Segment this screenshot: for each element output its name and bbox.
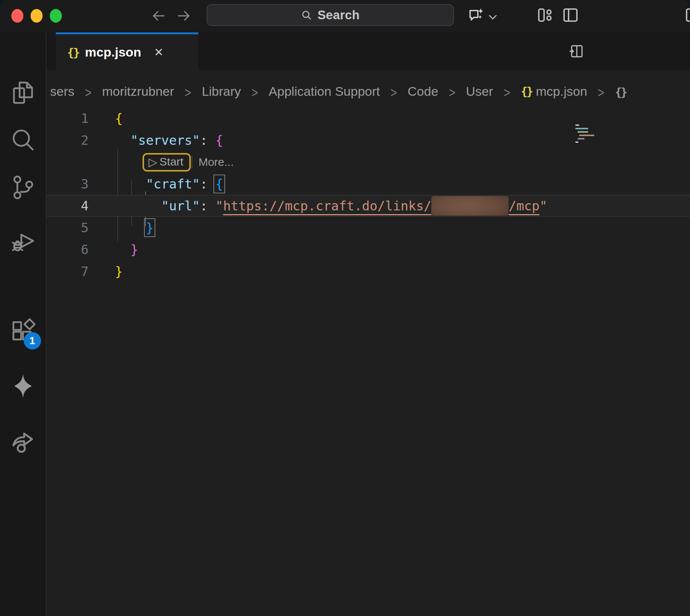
line-number[interactable]: 2 (46, 129, 89, 151)
json-file-icon: {} (615, 86, 626, 99)
chat-sparkle-icon[interactable] (9, 372, 37, 400)
breadcrumb-separator: > (598, 84, 604, 101)
code-lines: 1{2 "servers": {▷StartMore...3 "craft": … (46, 107, 690, 282)
code-token (115, 176, 146, 192)
code-token: " (215, 198, 223, 213)
code-editor[interactable]: 1{2 "servers": {▷StartMore...3 "craft": … (46, 102, 690, 616)
breadcrumb-item[interactable]: moritzrubner (102, 84, 174, 99)
line-number[interactable]: 6 (46, 239, 89, 260)
breadcrumb-item[interactable]: {} (615, 86, 626, 99)
breadcrumb-item[interactable]: User (466, 84, 493, 99)
line-text: } (89, 239, 138, 260)
breadcrumb-item[interactable]: {}mcp.json (521, 84, 587, 99)
explorer-icon[interactable] (9, 79, 37, 106)
tab-bar: {} mcp.json ✕ (46, 32, 690, 70)
breadcrumb-label: Library (202, 84, 241, 99)
close-window-button[interactable] (11, 9, 23, 23)
code-line-1[interactable]: 1{ (46, 107, 690, 129)
codelens-separator (192, 156, 192, 169)
code-token: "url" (161, 198, 200, 213)
breadcrumb: sers>moritzrubner>Library>Application Su… (46, 70, 690, 102)
breadcrumb-separator: > (504, 84, 511, 101)
redacted-text (431, 196, 509, 216)
navigate-forward-icon[interactable] (176, 8, 192, 24)
code-token: /mcp (509, 198, 540, 213)
codelens-more-link[interactable]: More... (198, 156, 233, 169)
codelens-row: ▷StartMore... (46, 151, 690, 173)
editor-area: {} mcp.json ✕ sers>moritzrubner>Library>… (46, 32, 690, 616)
search-view-icon[interactable] (9, 126, 37, 153)
line-text: "craft": { (89, 173, 223, 195)
minimize-window-button[interactable] (31, 9, 43, 23)
code-token: " (540, 198, 547, 213)
line-number[interactable]: 1 (46, 107, 89, 129)
line-number[interactable]: 7 (46, 260, 89, 282)
command-center-search[interactable]: Search (207, 4, 454, 26)
breadcrumb-separator: > (85, 84, 92, 101)
breadcrumb-label: sers (50, 84, 74, 99)
line-text: { (89, 107, 123, 129)
code-line-7[interactable]: 7} (46, 260, 690, 282)
vscode-window: Search (0, 0, 690, 616)
code-token (115, 242, 130, 257)
code-token (208, 133, 215, 148)
code-token: { (115, 111, 123, 126)
line-text: } (89, 217, 153, 239)
tab-close-icon[interactable]: ✕ (154, 46, 164, 59)
play-icon: ▷ (149, 155, 157, 169)
code-token (208, 176, 215, 192)
code-token (115, 133, 130, 148)
code-token: { (215, 133, 223, 148)
code-line-2[interactable]: 2 "servers": { (46, 129, 690, 151)
line-number[interactable]: 5 (46, 217, 89, 239)
zoom-window-button[interactable] (50, 9, 62, 23)
toggle-panel-layout-icon[interactable] (561, 6, 580, 24)
json-file-icon: {} (521, 85, 532, 98)
code-token (115, 198, 161, 213)
breadcrumb-label: moritzrubner (102, 84, 174, 99)
clipped-toolbar-icon[interactable] (684, 6, 690, 24)
split-editor-icon[interactable] (568, 43, 584, 60)
navigate-back-icon[interactable] (150, 8, 167, 24)
breadcrumb-separator: > (449, 84, 455, 101)
share-icon[interactable] (9, 429, 37, 456)
code-token: "craft" (146, 176, 200, 192)
source-control-icon[interactable] (9, 174, 37, 201)
line-text: } (89, 260, 123, 282)
line-number[interactable]: 3 (46, 173, 89, 195)
chevron-down-icon[interactable] (487, 11, 498, 23)
breadcrumb-item[interactable]: Library (202, 84, 241, 99)
line-text: "url": "https://mcp.craft.do/links//mcp" (89, 195, 547, 217)
code-token: } (146, 220, 153, 235)
codelens-start-button[interactable]: ▷Start (143, 153, 191, 172)
breadcrumb-label: Code (408, 84, 438, 99)
extensions-icon[interactable]: 1 (9, 317, 37, 344)
screen: { "titlebar": { "search_placeholder": "S… (0, 0, 690, 616)
code-line-3[interactable]: 3 "craft": { (46, 173, 690, 195)
breadcrumb-separator: > (185, 84, 192, 101)
breadcrumb-item[interactable]: Code (408, 84, 438, 99)
json-file-icon: {} (67, 46, 79, 59)
code-line-5[interactable]: 5 } (46, 217, 690, 239)
line-number[interactable]: 4 (46, 195, 89, 217)
tab-mcp-json[interactable]: {} mcp.json ✕ (56, 32, 198, 70)
breadcrumb-item[interactable]: sers (50, 84, 74, 99)
codelens-start-label: Start (159, 155, 183, 168)
breadcrumb-item[interactable]: Application Support (269, 84, 380, 99)
code-token: } (115, 264, 123, 279)
run-and-debug-icon[interactable] (9, 227, 37, 254)
code-token: "servers" (130, 133, 200, 148)
code-token: : (200, 176, 207, 192)
search-label: Search (317, 8, 360, 22)
breadcrumb-separator: > (390, 84, 397, 101)
line-text: "servers": { (89, 129, 223, 151)
code-token: } (130, 242, 138, 257)
copilot-chat-icon[interactable] (466, 6, 486, 26)
breadcrumb-label: mcp.json (536, 84, 587, 99)
customize-layout-icon[interactable] (536, 6, 554, 24)
code-token: : (200, 133, 207, 148)
code-token: { (215, 176, 223, 192)
code-line-6[interactable]: 6 } (46, 239, 690, 260)
activity-bar: 1 (0, 32, 46, 616)
code-line-4[interactable]: 4 "url": "https://mcp.craft.do/links//mc… (46, 195, 690, 217)
